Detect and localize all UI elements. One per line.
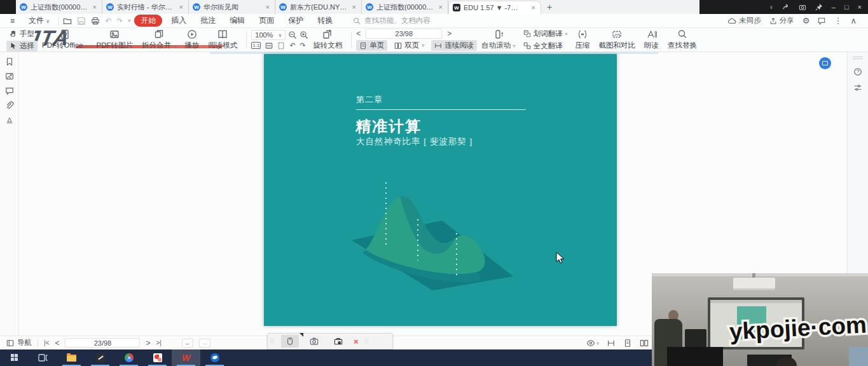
recorder-dropdown-icon[interactable]: ∨ bbox=[769, 4, 773, 10]
rotate-right-icon[interactable]: ↷ bbox=[300, 41, 306, 50]
tab-close-icon[interactable]: × bbox=[265, 3, 271, 11]
share-button[interactable]: 分享 bbox=[769, 16, 794, 25]
toolbox-button[interactable] bbox=[329, 335, 347, 348]
previous-page-button[interactable]: < bbox=[55, 339, 59, 348]
menu-item-home[interactable]: 开始 bbox=[134, 15, 162, 27]
previous-page-button[interactable]: < bbox=[356, 29, 361, 38]
browser-tab[interactable]: W 实时行情 - 华尔街… × bbox=[102, 0, 189, 14]
read-aloud-button[interactable]: 朗读 bbox=[640, 29, 663, 51]
next-page-button[interactable]: > bbox=[146, 339, 150, 348]
page-number-input[interactable]: 23/98 bbox=[65, 338, 140, 348]
actual-size-button[interactable]: 1:1 bbox=[251, 42, 261, 49]
tab-close-icon[interactable]: × bbox=[530, 4, 537, 11]
panel-grip-handle[interactable] bbox=[853, 55, 863, 60]
zoom-out-icon[interactable] bbox=[288, 30, 297, 39]
browser-tab[interactable]: W 上证指数(00000… × bbox=[16, 0, 102, 14]
chrome-button[interactable] bbox=[114, 349, 143, 366]
open-folder-icon[interactable] bbox=[63, 17, 72, 25]
undo-icon[interactable]: ↶ bbox=[105, 17, 111, 25]
share-forward-icon[interactable] bbox=[782, 3, 790, 11]
close-annotation-icon[interactable]: × bbox=[354, 337, 359, 346]
zoom-in-icon[interactable] bbox=[300, 30, 308, 39]
drag-handle-icon[interactable]: ⁞⁞ bbox=[270, 338, 275, 344]
full-translate-button[interactable]: 全文翻译 bbox=[520, 41, 571, 51]
next-page-button[interactable]: > bbox=[447, 29, 451, 38]
print-icon[interactable] bbox=[91, 17, 100, 25]
attachments-icon[interactable] bbox=[5, 101, 14, 110]
drag-handle-icon[interactable]: ⁞⁞ bbox=[365, 338, 369, 344]
wps-button[interactable]: W bbox=[172, 349, 200, 366]
tab-close-icon[interactable]: × bbox=[92, 3, 98, 11]
tab-close-icon[interactable]: × bbox=[437, 3, 444, 11]
minimize-button[interactable]: – bbox=[832, 3, 836, 11]
customize-quickbar-icon[interactable]: ▿ bbox=[128, 18, 130, 24]
pdf-to-image-button[interactable]: PDF转图片 bbox=[92, 29, 138, 51]
snapshot-compare-button[interactable]: 截图和对比 bbox=[595, 29, 640, 51]
search-input[interactable]: 查找功能、文档内容 bbox=[353, 16, 525, 25]
fit-width-icon[interactable] bbox=[265, 42, 273, 50]
fit-page-icon[interactable] bbox=[277, 42, 285, 50]
hand-tool-button[interactable]: 手型 bbox=[6, 29, 38, 39]
menu-item-comment[interactable]: 批注 bbox=[195, 15, 221, 26]
new-tab-button[interactable]: + bbox=[541, 0, 558, 14]
find-replace-button[interactable]: 查找替换 bbox=[663, 29, 701, 51]
page-number-input[interactable]: 23/98 bbox=[366, 29, 442, 39]
single-page-button[interactable]: 单页 bbox=[356, 40, 387, 51]
continuous-read-button[interactable]: 连续阅读 bbox=[431, 40, 477, 51]
tab-close-icon[interactable]: × bbox=[178, 3, 184, 11]
restore-button[interactable]: □ bbox=[844, 3, 849, 11]
last-page-button[interactable]: >| bbox=[156, 339, 161, 346]
hamburger-icon[interactable]: ≡ bbox=[5, 17, 20, 25]
feedback-icon[interactable] bbox=[818, 17, 825, 25]
stamp-icon[interactable] bbox=[5, 116, 14, 125]
close-button[interactable]: × bbox=[858, 3, 862, 11]
select-tool-button[interactable]: 选择 bbox=[6, 41, 38, 51]
camera-icon[interactable] bbox=[799, 3, 806, 11]
file-explorer-button[interactable] bbox=[57, 349, 86, 366]
split-merge-button[interactable]: 拆分合并 ▿ bbox=[137, 29, 180, 51]
save-icon[interactable] bbox=[77, 17, 86, 25]
sync-status[interactable]: 未同步 bbox=[727, 16, 761, 25]
rotate-left-icon[interactable]: ↶ bbox=[289, 41, 295, 50]
navigation-toggle[interactable]: 导航 bbox=[6, 338, 32, 348]
settings-gear-icon[interactable]: ⚙ bbox=[803, 16, 810, 25]
browser-tab[interactable]: W 华尔街见闻 × bbox=[189, 0, 275, 14]
file-menu[interactable]: 文件 ∨ bbox=[24, 15, 55, 26]
double-page-view-icon[interactable] bbox=[640, 339, 649, 348]
double-page-button[interactable]: 双页 ▿ bbox=[391, 40, 427, 51]
play-button[interactable]: 播放 bbox=[180, 29, 203, 51]
tab-close-icon[interactable]: × bbox=[351, 3, 357, 11]
help-icon[interactable] bbox=[853, 67, 862, 76]
browser-tab[interactable]: W 上证指数(000001… × bbox=[362, 0, 448, 14]
redo-icon[interactable]: ↷ bbox=[116, 17, 123, 25]
menu-item-insert[interactable]: 插入 bbox=[166, 15, 191, 26]
pin-icon[interactable] bbox=[815, 3, 823, 11]
pdf-to-office-button[interactable]: PDF转Office ▿ bbox=[38, 29, 92, 51]
eye-protect-button[interactable]: ▿ bbox=[586, 339, 599, 348]
browser-tab-active[interactable]: W EDU 1.57 ▼ -7… × bbox=[448, 1, 541, 14]
read-mode-button[interactable]: 阅读模式 bbox=[203, 29, 242, 51]
floating-translate-badge[interactable] bbox=[819, 57, 831, 69]
red-app-button[interactable] bbox=[143, 349, 172, 366]
auto-scroll-button[interactable]: 自动滚动 ▿ bbox=[477, 29, 520, 51]
more-options-icon[interactable]: ⋮ bbox=[834, 16, 842, 25]
history-back-button[interactable]: ← bbox=[182, 339, 193, 348]
word-translate-button[interactable]: 划词翻译 ▿ bbox=[520, 29, 571, 39]
first-page-button[interactable]: |< bbox=[44, 339, 49, 346]
collapse-ribbon-icon[interactable]: ∧ bbox=[850, 16, 857, 25]
history-forward-button[interactable]: → bbox=[199, 339, 210, 348]
continuous-view-icon[interactable] bbox=[607, 339, 616, 348]
mouse-mode-button[interactable] bbox=[281, 335, 299, 348]
zoom-level-select[interactable]: 100%∨ bbox=[251, 30, 286, 40]
menu-item-convert[interactable]: 转换 bbox=[312, 15, 338, 26]
bookmarks-icon[interactable] bbox=[5, 57, 14, 66]
pdf-page[interactable]: 第二章 精准计算 大自然神奇比率 [ 斐波那契 ] bbox=[264, 54, 617, 326]
task-view-button[interactable] bbox=[29, 349, 57, 366]
menu-item-edit[interactable]: 编辑 bbox=[224, 15, 250, 26]
compress-button[interactable]: 压缩 bbox=[571, 29, 595, 51]
browser-tab[interactable]: W 新东方(EDU.NYS… × bbox=[275, 0, 362, 14]
screenshot-app-button[interactable] bbox=[86, 349, 114, 366]
menu-item-protect[interactable]: 保护 bbox=[283, 15, 308, 26]
comments-icon[interactable] bbox=[5, 86, 14, 95]
screenshot-button[interactable] bbox=[305, 335, 323, 348]
